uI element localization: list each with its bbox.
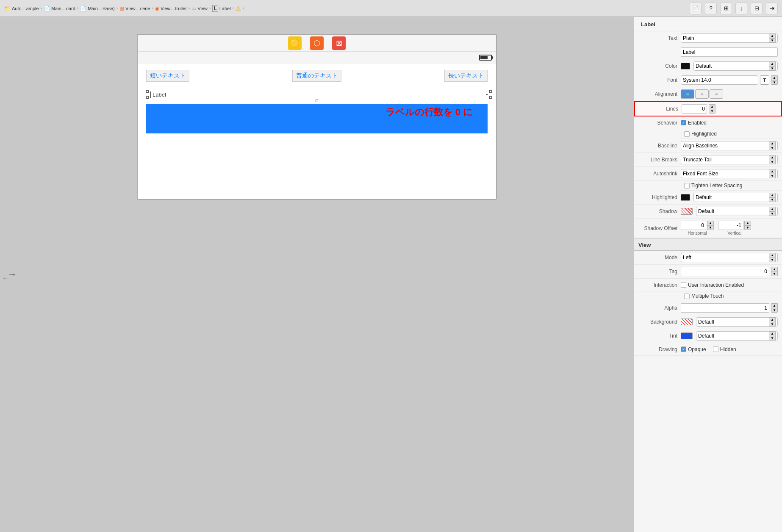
highlighted-color-stepper[interactable]: ▲ ▼ — [769, 193, 776, 202]
shadow-v-down[interactable]: ▼ — [744, 225, 751, 230]
line-breaks-stepper[interactable]: ▲ ▼ — [769, 155, 776, 164]
shadow-offset-h-stepper[interactable]: ▲ ▼ — [707, 221, 714, 230]
tag-stepper[interactable]: ▲ ▼ — [771, 267, 778, 276]
selected-label-text[interactable]: Label — [150, 91, 166, 98]
tag-up[interactable]: ▲ — [771, 267, 778, 272]
baseline-select[interactable]: Align Baselines ▲ ▼ — [681, 141, 778, 150]
breadcrumb-item-3[interactable]: ▦ View…cene — [119, 6, 150, 11]
color-stepper[interactable]: ▲ ▼ — [769, 61, 776, 71]
background-color-swatch[interactable] — [681, 319, 693, 325]
breadcrumb-item-0[interactable]: 📁 Auto…ample — [4, 6, 39, 11]
tint-color-swatch[interactable] — [681, 332, 693, 339]
inspector-button[interactable]: ⊞ — [720, 3, 732, 14]
enabled-checkbox[interactable] — [681, 120, 686, 125]
baseline-down[interactable]: ▼ — [769, 146, 776, 150]
file-button[interactable]: 📄 — [690, 3, 702, 14]
lines-input[interactable] — [682, 104, 707, 114]
font-down[interactable]: ▼ — [771, 80, 778, 85]
panel-button[interactable]: ⊟ — [751, 3, 763, 14]
shadow-offset-h-input[interactable] — [681, 221, 706, 230]
tag-input[interactable] — [681, 267, 769, 276]
tag-down[interactable]: ▼ — [771, 272, 778, 276]
shadow-offset-v-stepper[interactable]: ▲ ▼ — [744, 221, 751, 230]
storyboard-btn-2[interactable]: ⬡ — [310, 36, 324, 50]
shadow-color-swatch[interactable] — [681, 208, 693, 215]
arrow-button[interactable]: ↓ — [735, 3, 747, 14]
breadcrumb-item-6[interactable]: L Label — [212, 5, 230, 12]
lines-up[interactable]: ▲ — [709, 104, 715, 109]
breadcrumb-item-1[interactable]: 📄 Main…oard — [44, 6, 75, 11]
line-breaks-up[interactable]: ▲ — [769, 155, 776, 160]
storyboard-btn-1[interactable]: 🟡 — [288, 36, 302, 50]
shadow-h-down[interactable]: ▼ — [707, 225, 714, 230]
storyboard-btn-3[interactable]: ⊠ — [332, 36, 346, 50]
mode-select[interactable]: Left ▲ ▼ — [681, 253, 778, 262]
highlighted-color-swatch[interactable] — [681, 194, 690, 201]
tint-down[interactable]: ▼ — [769, 336, 776, 341]
breadcrumb-nav-left[interactable]: ‹ — [233, 6, 234, 11]
autoshrink-select[interactable]: Fixed Font Size ▲ ▼ — [681, 169, 778, 178]
text-type-stepper[interactable]: ▲ ▼ — [769, 33, 776, 43]
breadcrumb-item-5[interactable]: ▭ View — [191, 6, 208, 11]
shadow-v-up[interactable]: ▲ — [744, 221, 751, 225]
color-swatch[interactable] — [681, 63, 690, 69]
baseline-stepper[interactable]: ▲ ▼ — [769, 141, 776, 150]
shadow-offset-v-input[interactable] — [718, 221, 743, 230]
font-select[interactable]: System 14.0 — [681, 75, 758, 85]
autoshrink-down[interactable]: ▼ — [769, 174, 776, 178]
opaque-checkbox[interactable] — [681, 346, 686, 352]
align-left-button[interactable]: ≡ — [681, 89, 694, 99]
breadcrumb-item-4[interactable]: ◉ View…troller — [155, 6, 187, 11]
align-right-button[interactable]: ≡ — [710, 89, 723, 99]
line-breaks-select[interactable]: Truncate Tail ▲ ▼ — [681, 155, 778, 164]
help-button[interactable]: ? — [705, 3, 717, 14]
tint-select[interactable]: Default ▲ ▼ — [696, 331, 778, 341]
user-interaction-checkbox[interactable] — [681, 282, 686, 288]
mode-down[interactable]: ▼ — [769, 258, 776, 262]
font-up[interactable]: ▲ — [771, 75, 778, 80]
highlighted-color-up[interactable]: ▲ — [769, 193, 776, 197]
lines-down[interactable]: ▼ — [709, 109, 715, 114]
mode-stepper[interactable]: ▲ ▼ — [769, 253, 776, 262]
shadow-color-up[interactable]: ▲ — [769, 207, 776, 211]
hidden-checkbox[interactable] — [713, 346, 718, 352]
font-stepper[interactable]: ▲ ▼ — [771, 75, 778, 85]
background-down[interactable]: ▼ — [769, 322, 776, 327]
highlighted-color-down[interactable]: ▼ — [769, 197, 776, 202]
alpha-stepper[interactable]: ▲ ▼ — [771, 303, 778, 313]
shadow-h-up[interactable]: ▲ — [707, 221, 714, 225]
background-select[interactable]: Default ▲ ▼ — [696, 317, 778, 327]
highlighted-checkbox[interactable] — [684, 131, 690, 137]
breadcrumb-item-2[interactable]: 📄 Main…Base) — [80, 6, 115, 11]
background-stepper[interactable]: ▲ ▼ — [769, 317, 776, 327]
shadow-color-stepper[interactable]: ▲ ▼ — [769, 207, 776, 216]
lines-stepper[interactable]: ▲ ▼ — [709, 104, 715, 114]
shadow-color-down[interactable]: ▼ — [769, 211, 776, 216]
forward-button[interactable]: ⇥ — [766, 3, 778, 14]
text-type-up[interactable]: ▲ — [769, 33, 776, 38]
shadow-color-select[interactable]: Default ▲ ▼ — [696, 207, 778, 216]
color-up[interactable]: ▲ — [769, 61, 776, 66]
align-center-button[interactable]: ≡ — [695, 89, 709, 99]
line-breaks-down[interactable]: ▼ — [769, 160, 776, 164]
highlighted-color-select[interactable]: Default ▲ ▼ — [693, 193, 778, 202]
text-type-down[interactable]: ▼ — [769, 38, 776, 43]
color-select[interactable]: Default ▲ ▼ — [693, 61, 778, 71]
plus-icon[interactable]: + — [3, 274, 7, 283]
tint-stepper[interactable]: ▲ ▼ — [769, 331, 776, 341]
baseline-up[interactable]: ▲ — [769, 141, 776, 146]
tighten-checkbox[interactable] — [684, 183, 690, 188]
alpha-down[interactable]: ▼ — [771, 308, 778, 313]
autoshrink-stepper[interactable]: ▲ ▼ — [769, 169, 776, 178]
autoshrink-up[interactable]: ▲ — [769, 169, 776, 174]
color-down[interactable]: ▼ — [769, 66, 776, 71]
font-T-button[interactable]: T — [760, 75, 769, 85]
multiple-touch-checkbox[interactable] — [684, 294, 690, 299]
text-type-select[interactable]: Plain ▲ ▼ — [681, 33, 778, 43]
mode-up[interactable]: ▲ — [769, 253, 776, 258]
text-value-input[interactable] — [681, 47, 778, 57]
breadcrumb-nav-right[interactable]: › — [243, 6, 244, 11]
navigate-back-arrow[interactable]: → — [8, 269, 17, 280]
alpha-input[interactable] — [681, 303, 769, 313]
background-up[interactable]: ▲ — [769, 317, 776, 322]
